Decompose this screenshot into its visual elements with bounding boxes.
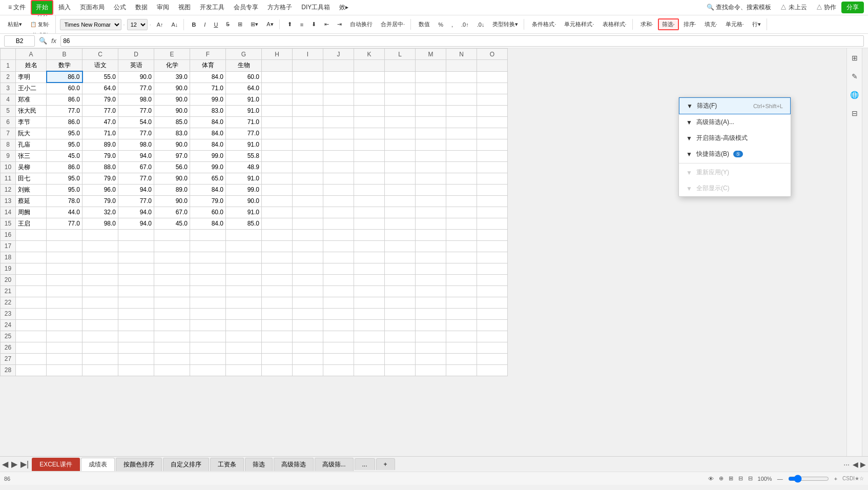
cell-18-0[interactable] <box>16 252 47 263</box>
cell-18-2[interactable] <box>82 252 118 263</box>
cell-23-11[interactable] <box>385 308 416 319</box>
cell-2-8[interactable] <box>293 71 323 83</box>
cell-27-9[interactable] <box>323 353 354 364</box>
cell-24-9[interactable] <box>323 319 354 331</box>
cell-22-14[interactable] <box>477 297 508 308</box>
menu-home[interactable]: 开始 <box>31 0 53 15</box>
cell-16-7[interactable] <box>262 229 293 240</box>
cell-10-7[interactable] <box>262 161 293 173</box>
cell-4-7[interactable] <box>262 94 293 105</box>
cell-9-3[interactable]: 94.0 <box>118 150 154 161</box>
cell-14-11[interactable] <box>385 207 416 218</box>
decimal-plus-button[interactable]: .0↑ <box>458 20 472 29</box>
cell-25-3[interactable] <box>118 331 154 342</box>
cell-28-9[interactable] <box>323 364 354 376</box>
cell-2-7[interactable] <box>262 71 293 83</box>
cell-19-6[interactable] <box>226 263 262 274</box>
cell-23-0[interactable] <box>16 308 47 319</box>
cut-button[interactable]: ✂ 剪切 <box>27 15 53 19</box>
menu-ffgz[interactable]: 方方格子 <box>263 1 296 14</box>
cell-19-7[interactable] <box>262 263 293 274</box>
menu-search[interactable]: 🔍 查找命令、搜索模板 <box>702 1 775 14</box>
header-cell-6[interactable]: 生物 <box>226 60 262 72</box>
cell-22-3[interactable] <box>118 297 154 308</box>
strikethrough-button[interactable]: S̶ <box>222 19 233 29</box>
cell-4-0[interactable]: 郑准 <box>16 94 47 105</box>
cell-14-3[interactable]: 94.0 <box>118 207 154 218</box>
cell-17-8[interactable] <box>293 240 323 252</box>
cell-28-2[interactable] <box>82 364 118 376</box>
cell-27-3[interactable] <box>118 353 154 364</box>
cell-11-5[interactable]: 65.0 <box>190 173 226 184</box>
cell-19-14[interactable] <box>477 263 508 274</box>
cell-9-7[interactable] <box>262 150 293 161</box>
cond-format-button[interactable]: 条件格式· <box>528 19 560 30</box>
cell-7-1[interactable]: 95.0 <box>47 128 82 139</box>
row-button[interactable]: 行▾ <box>749 19 764 30</box>
cell-19-12[interactable] <box>416 263 446 274</box>
header-cell-1[interactable]: 数学 <box>47 60 82 72</box>
cell-27-13[interactable] <box>446 353 477 364</box>
cell-20-2[interactable] <box>82 274 118 285</box>
cell-12-9[interactable] <box>323 184 354 195</box>
cell-8-4[interactable]: 90.0 <box>154 139 190 150</box>
cell-16-5[interactable] <box>190 229 226 240</box>
cell-27-14[interactable] <box>477 353 508 364</box>
cell-16-13[interactable] <box>446 229 477 240</box>
tab-more-button[interactable]: ··· <box>843 460 850 468</box>
cell-9-14[interactable] <box>477 150 508 161</box>
sidebar-icon-4[interactable]: ⊟ <box>849 108 860 119</box>
filter-button[interactable]: 筛选· <box>658 18 679 30</box>
cell-11-14[interactable] <box>477 173 508 184</box>
cell-12-12[interactable] <box>416 184 446 195</box>
cell-16-2[interactable] <box>82 229 118 240</box>
dropdown-item-enable-filter[interactable]: ▼ 开启筛选-高级模式 <box>679 130 791 146</box>
menu-collab[interactable]: △ 协作 <box>812 1 840 14</box>
cell-5-13[interactable] <box>446 105 477 116</box>
cell-10-10[interactable] <box>354 161 385 173</box>
status-view-layout[interactable]: ⊟ <box>738 475 743 482</box>
cell-12-6[interactable]: 99.0 <box>226 184 262 195</box>
cell-5-2[interactable]: 77.0 <box>82 105 118 116</box>
cell-18-6[interactable] <box>226 252 262 263</box>
formula-input[interactable]: 86 <box>60 35 864 47</box>
cell-2-11[interactable] <box>385 71 416 83</box>
cell-20-11[interactable] <box>385 274 416 285</box>
cell-23-4[interactable] <box>154 308 190 319</box>
cell-21-9[interactable] <box>323 285 354 297</box>
cell-23-6[interactable] <box>226 308 262 319</box>
cell-19-8[interactable] <box>293 263 323 274</box>
cell-24-10[interactable] <box>354 319 385 331</box>
cell-22-6[interactable] <box>226 297 262 308</box>
cell-27-0[interactable] <box>16 353 47 364</box>
underline-button[interactable]: U <box>210 20 221 29</box>
cell-18-5[interactable] <box>190 252 226 263</box>
cell-22-0[interactable] <box>16 297 47 308</box>
cell-28-12[interactable] <box>416 364 446 376</box>
cell-20-7[interactable] <box>262 274 293 285</box>
cell-14-14[interactable] <box>477 207 508 218</box>
cell-6-5[interactable]: 84.0 <box>190 116 226 128</box>
cell-18-12[interactable] <box>416 252 446 263</box>
cell-14-5[interactable]: 60.0 <box>190 207 226 218</box>
cell-6-9[interactable] <box>323 116 354 128</box>
cell-10-5[interactable]: 99.0 <box>190 161 226 173</box>
sidebar-icon-1[interactable]: ⊞ <box>849 52 860 64</box>
cell-13-5[interactable]: 79.0 <box>190 195 226 207</box>
cell-15-2[interactable]: 98.0 <box>82 218 118 229</box>
tab-scroll-left[interactable]: ◀ <box>853 460 858 468</box>
cell-28-13[interactable] <box>446 364 477 376</box>
cell-25-14[interactable] <box>477 331 508 342</box>
cell-15-10[interactable] <box>354 218 385 229</box>
tab-advanced-filter[interactable]: 高级筛选 <box>274 458 314 471</box>
cell-9-2[interactable]: 79.0 <box>82 150 118 161</box>
cell-7-2[interactable]: 71.0 <box>82 128 118 139</box>
cell-19-3[interactable] <box>118 263 154 274</box>
cell-6-13[interactable] <box>446 116 477 128</box>
cell-17-4[interactable] <box>154 240 190 252</box>
cell-24-4[interactable] <box>154 319 190 331</box>
cell-15-13[interactable] <box>446 218 477 229</box>
cell-20-14[interactable] <box>477 274 508 285</box>
cell-13-0[interactable]: 蔡延 <box>16 195 47 207</box>
status-zoom-minus[interactable]: — <box>777 476 783 482</box>
